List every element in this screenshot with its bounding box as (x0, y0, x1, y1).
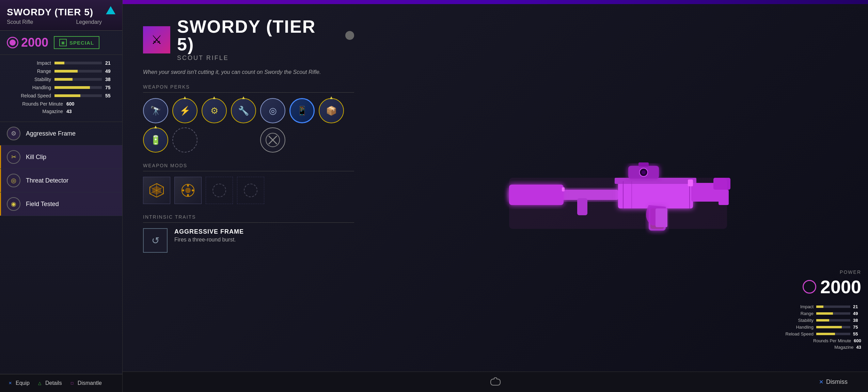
destiny-logo-icon (106, 6, 115, 14)
right-range-bar (816, 312, 850, 315)
right-range-label: Range (801, 311, 814, 316)
perk-circle-9[interactable] (172, 127, 198, 153)
kill-clip-name: Kill Clip (26, 154, 46, 161)
dismiss-button[interactable]: ✕ Dismiss (819, 378, 848, 386)
right-stat-range: Range 49 (786, 311, 861, 316)
rpm-label: Rounds Per Minute (10, 101, 63, 107)
left-weapon-rarity: Legendary (76, 19, 102, 25)
right-handling-label: Handling (796, 325, 814, 330)
weapon-title-text: SWORDY (TIER 5) SCOUT RIFLE (177, 18, 354, 62)
trait-name: AGGRESSIVE FRAME (174, 228, 244, 235)
field-tested-icon: ◉ (7, 197, 20, 211)
dismiss-x-icon: ✕ (819, 379, 823, 385)
equip-x-icon: ✕ (7, 380, 14, 387)
svg-point-10 (187, 185, 189, 187)
weapon-main-name: SWORDY (TIER 5) (177, 18, 336, 53)
weapon-status-dot (345, 31, 354, 40)
perk-7-icon: 📦 (326, 106, 337, 116)
reload-label: Reload Speed (7, 93, 51, 98)
stability-value: 38 (105, 77, 115, 82)
intrinsic-traits-header: INTRINSIC TRAITS (143, 214, 354, 223)
svg-rect-34 (509, 178, 727, 229)
right-rpm-label: Rounds Per Minute (813, 338, 851, 343)
range-bar-fill (54, 70, 78, 73)
power-circle-icon (803, 280, 816, 294)
svg-point-13 (192, 189, 194, 191)
right-rpm-value: 600 (854, 338, 861, 343)
right-impact-label: Impact (800, 304, 814, 309)
left-header: SWORDY (TIER 5) Scout Rifle Legendary (0, 0, 122, 31)
perk-item-threat-detector[interactable]: ◎ Threat Detector (0, 169, 122, 192)
mod-4-empty-circle (244, 184, 257, 197)
perk-circle-4[interactable]: ▲ 🔧 (231, 98, 256, 123)
dismantle-button[interactable]: □ Dismantle (69, 380, 102, 387)
right-stat-rpm: Rounds Per Minute 600 (786, 338, 861, 343)
aggressive-frame-name: Aggressive Frame (26, 130, 76, 137)
svg-point-11 (187, 194, 189, 196)
reload-value: 55 (105, 93, 115, 98)
stat-reload: Reload Speed 55 (7, 93, 115, 98)
perk-item-kill-clip[interactable]: ✂ Kill Clip (0, 145, 122, 169)
special-badge: ▣ SPECIAL (54, 36, 99, 49)
mod-box-1[interactable] (143, 177, 170, 204)
mod-box-4[interactable] (237, 177, 264, 204)
right-handling-fill (816, 326, 842, 328)
perk-circle-8[interactable]: ▲ 🔋 (143, 127, 168, 153)
right-reload-label: Reload Speed (786, 331, 814, 336)
perk-circle-cross[interactable] (260, 127, 285, 153)
perk-circle-10 (202, 127, 227, 153)
perk-circle-6[interactable]: 📱 (289, 98, 315, 123)
details-triangle-icon: △ (36, 380, 43, 387)
right-handling-bar (816, 326, 850, 328)
right-impact-value: 21 (853, 304, 861, 309)
right-range-fill (816, 312, 833, 315)
perk-2-icon: ⚡ (179, 106, 190, 116)
svg-point-21 (642, 170, 646, 174)
stat-range: Range 49 (7, 68, 115, 74)
rpm-value: 600 (66, 101, 74, 107)
perk-circle-3[interactable]: ▲ ⚙ (202, 98, 227, 123)
handling-bar-fill (54, 86, 90, 89)
right-reload-bar (816, 333, 850, 335)
reload-bar (54, 94, 102, 97)
perk-circle-2[interactable]: ▲ ⚡ (172, 98, 198, 123)
stat-handling: Handling 75 (7, 85, 115, 90)
impact-value: 21 (105, 60, 115, 66)
perk-circle-7[interactable]: ▲ 📦 (319, 98, 344, 123)
svg-rect-19 (638, 162, 649, 167)
mod-box-2[interactable] (174, 177, 202, 204)
cross-icon (265, 132, 280, 147)
right-panel: ⚔ SWORDY (TIER 5) SCOUT RIFLE When your … (123, 0, 868, 392)
special-label: SPECIAL (69, 40, 94, 46)
dismiss-label: Dismiss (826, 378, 848, 386)
equip-button[interactable]: ✕ Equip (7, 380, 30, 387)
aggressive-frame-icon: ⚙ (7, 127, 20, 140)
perk-6-icon: 📱 (297, 106, 307, 116)
impact-bar-fill (54, 62, 64, 64)
perk-item-aggressive-frame[interactable]: ⚙ Aggressive Frame (0, 122, 122, 145)
stat-rpm: Rounds Per Minute 600 (7, 101, 115, 107)
glimmer-inner-circle (10, 40, 16, 46)
dismantle-label: Dismantle (78, 380, 102, 386)
gun-svg (502, 137, 734, 239)
bottom-center (490, 379, 501, 386)
perk-5-icon: ◎ (269, 106, 277, 116)
perk-circle-1[interactable]: 🔭 (143, 98, 168, 123)
controller-icon (490, 379, 501, 386)
left-stats-section: Impact 21 Range 49 Stability 38 Handling (0, 55, 122, 122)
perks-grid: 🔭 ▲ ⚡ ▲ ⚙ ▲ 🔧 ◎ 📱 (143, 98, 354, 153)
perk-4-icon: 🔧 (238, 106, 249, 116)
right-magazine-label: Magazine (834, 345, 853, 350)
equip-label: Equip (16, 380, 30, 386)
right-handling-value: 75 (853, 325, 861, 330)
controller-notch (494, 377, 497, 379)
perk-item-field-tested[interactable]: ◉ Field Tested (0, 192, 122, 216)
right-stability-value: 38 (853, 318, 861, 323)
action-row: ✕ Equip △ Details □ Dismantle (0, 374, 122, 392)
details-button[interactable]: △ Details (36, 380, 62, 387)
trait-icon-box: ↺ (143, 228, 168, 253)
mod-box-3[interactable] (206, 177, 233, 204)
mod-3-empty-circle (212, 184, 226, 197)
left-perks-section: ⚙ Aggressive Frame ✂ Kill Clip ◎ Threat … (0, 122, 122, 374)
perk-circle-5[interactable]: ◎ (260, 98, 285, 123)
